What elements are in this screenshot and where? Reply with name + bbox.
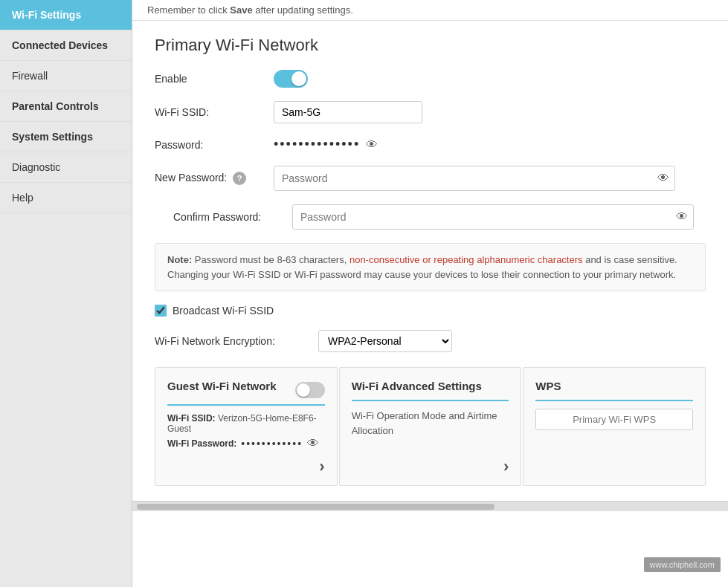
note-text: Note: Password must be 8-63 characters, … — [167, 254, 677, 280]
main-content: Remember to click Save after updating se… — [132, 0, 728, 587]
new-password-input[interactable] — [274, 166, 675, 191]
password-label: Password: — [155, 139, 274, 151]
guest-wifi-toggle[interactable] — [295, 382, 325, 398]
broadcast-row: Broadcast Wi-Fi SSID — [155, 305, 706, 317]
sidebar-item-diagnostic[interactable]: Diagnostic — [0, 152, 132, 183]
section-title: Primary Wi-Fi Network — [155, 36, 706, 55]
sidebar-item-connected-devices[interactable]: Connected Devices — [0, 30, 132, 61]
scrollbar-thumb — [137, 504, 495, 510]
ssid-input[interactable] — [274, 101, 422, 123]
guest-wifi-divider — [167, 404, 325, 406]
new-password-help-icon[interactable]: ? — [233, 172, 246, 185]
top-note: Remember to click Save after updating se… — [132, 0, 728, 21]
confirm-password-input[interactable] — [292, 204, 694, 230]
wifi-advanced-title: Wi-Fi Advanced Settings — [352, 380, 509, 392]
note-box: Note: Password must be 8-63 characters, … — [155, 243, 706, 291]
wifi-advanced-arrow[interactable]: › — [503, 457, 509, 476]
watermark: www.chiphell.com — [644, 557, 721, 572]
wifi-advanced-description: Wi-Fi Operation Mode and Airtime Allocat… — [352, 409, 509, 438]
enable-toggle[interactable] — [274, 70, 308, 88]
sidebar-item-system-settings[interactable]: System Settings — [0, 122, 132, 152]
enable-label: Enable — [155, 73, 274, 85]
wps-title: WPS — [535, 380, 693, 392]
ssid-row: Wi-Fi SSID: — [155, 101, 706, 123]
sidebar-item-help[interactable]: Help — [0, 183, 132, 213]
confirm-password-row: Confirm Password: 👁 — [155, 204, 706, 230]
guest-wifi-arrow[interactable]: › — [319, 457, 324, 476]
password-display: •••••••••••••• 👁 — [274, 137, 378, 152]
cards-row: Guest Wi-Fi Network Wi-Fi SSID: Verizon-… — [155, 367, 706, 486]
sidebar: Wi-Fi Settings Connected Devices Firewal… — [0, 0, 132, 587]
broadcast-checkbox[interactable] — [155, 305, 167, 317]
wifi-advanced-card: Wi-Fi Advanced Settings Wi-Fi Operation … — [339, 367, 522, 486]
guest-wifi-eye-icon[interactable]: 👁 — [307, 437, 319, 450]
new-password-row: New Password: ? 👁 — [155, 166, 706, 191]
password-dots: •••••••••••••• — [274, 137, 360, 152]
guest-wifi-title: Guest Wi-Fi Network — [167, 380, 277, 392]
wps-card: WPS — [523, 367, 706, 486]
enable-row: Enable — [155, 70, 706, 88]
guest-wifi-password-row: Wi-Fi Password: •••••••••••• 👁 — [167, 437, 325, 450]
encryption-row: Wi-Fi Network Encryption: WPA2-Personal … — [155, 330, 706, 352]
broadcast-label[interactable]: Broadcast Wi-Fi SSID — [173, 305, 274, 317]
confirm-password-wrapper: 👁 — [292, 204, 694, 230]
toggle-track — [274, 70, 308, 88]
horizontal-scrollbar[interactable] — [132, 501, 728, 511]
password-row: Password: •••••••••••••• 👁 — [155, 137, 706, 152]
guest-wifi-card: Guest Wi-Fi Network Wi-Fi SSID: Verizon-… — [155, 367, 338, 486]
wps-divider — [535, 400, 693, 401]
confirm-password-eye-button[interactable]: 👁 — [676, 210, 688, 224]
wifi-advanced-divider — [352, 400, 509, 401]
sidebar-item-wifi-settings[interactable]: Wi-Fi Settings — [0, 0, 132, 30]
content-area: Primary Wi-Fi Network Enable Wi-Fi SSID:… — [132, 21, 728, 501]
sidebar-item-parental-controls[interactable]: Parental Controls — [0, 91, 132, 122]
sidebar-item-firewall[interactable]: Firewall — [0, 61, 132, 91]
guest-wifi-password-dots: •••••••••••• — [241, 438, 303, 450]
toggle-thumb — [291, 71, 306, 86]
new-password-label: New Password: ? — [155, 172, 274, 185]
encryption-label: Wi-Fi Network Encryption: — [155, 335, 318, 347]
ssid-label: Wi-Fi SSID: — [155, 106, 274, 118]
new-password-wrapper: 👁 — [274, 166, 675, 191]
encryption-select[interactable]: WPA2-Personal WPA3-Personal WPA2/WPA3-Pe… — [318, 330, 452, 352]
confirm-password-label: Confirm Password: — [155, 211, 292, 223]
new-password-eye-button[interactable]: 👁 — [657, 172, 669, 185]
password-eye-icon[interactable]: 👁 — [366, 138, 378, 152]
wps-input[interactable] — [535, 409, 693, 430]
guest-wifi-ssid: Wi-Fi SSID: Verizon-5G-Home-E8F6-Guest — [167, 413, 325, 434]
